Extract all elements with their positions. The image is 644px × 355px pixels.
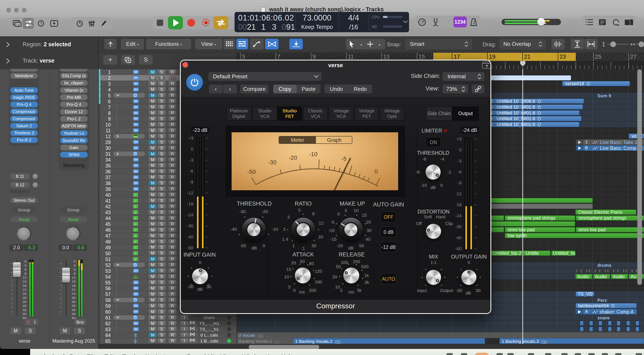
svg-text:♪: ♪ [134, 252, 136, 255]
svg-text:♪: ♪ [18, 23, 20, 27]
svg-text:♪: ♪ [134, 193, 136, 197]
svg-text:?: ? [40, 21, 42, 26]
svg-text:♪: ♪ [134, 216, 136, 220]
svg-text:♪: ♪ [134, 205, 136, 208]
svg-text:♪: ♪ [134, 240, 136, 243]
svg-text:♪: ♪ [134, 228, 136, 231]
svg-text:♪: ♪ [134, 222, 136, 226]
svg-text:♪: ♪ [134, 257, 136, 261]
svg-text:♪: ♪ [134, 246, 136, 249]
svg-text:♪: ♪ [134, 234, 136, 237]
svg-text:♫: ♫ [630, 21, 633, 26]
svg-text:♪: ♪ [134, 199, 136, 202]
svg-text:♪: ♪ [134, 211, 136, 214]
